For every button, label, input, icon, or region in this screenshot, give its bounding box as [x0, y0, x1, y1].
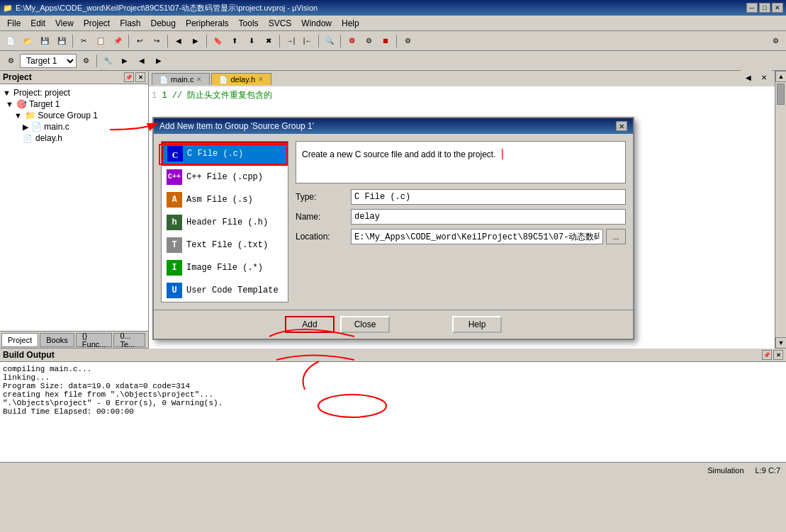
new-btn[interactable]: 📄 — [3, 33, 18, 49]
type-input[interactable] — [351, 189, 626, 205]
image-file-icon: I — [167, 260, 182, 276]
copy-btn[interactable]: 📋 — [93, 33, 108, 49]
menu-peripherals[interactable]: Peripherals — [181, 17, 233, 30]
title-bar-left: 📁 E:\My_Apps\CODE_word\KeilProject\89C51… — [3, 3, 318, 13]
panel-pin-btn[interactable]: 📌 — [124, 72, 134, 82]
project-panel: Project 📌 ✕ ▼ Project: project ▼ 🎯 Targe… — [0, 71, 149, 349]
next-bookmark-btn[interactable]: ⬇ — [244, 33, 259, 49]
editor-close[interactable]: ✕ — [756, 69, 772, 85]
file-type-asm[interactable]: A Asm File (.s) — [162, 188, 288, 211]
scroll-up-btn[interactable]: ▲ — [775, 71, 786, 82]
panel-controls[interactable]: 📌 ✕ — [124, 72, 145, 82]
build-btn[interactable]: ⚙ — [344, 33, 359, 49]
close-dialog-button[interactable]: Close — [340, 316, 390, 333]
file-type-header[interactable]: h Header File (.h) — [162, 211, 288, 234]
find-btn[interactable]: 🔍 — [322, 33, 337, 49]
debug-settings-btn[interactable]: ⚙ — [3, 53, 18, 69]
file-type-text[interactable]: T Text File (.txt) — [162, 234, 288, 256]
help-button[interactable]: Help — [452, 316, 502, 333]
unindent-btn[interactable]: |← — [300, 33, 315, 49]
scroll-down-btn[interactable]: ▼ — [775, 337, 786, 349]
editor-scroll-left[interactable]: ◀ — [741, 69, 756, 85]
menu-project[interactable]: Project — [79, 17, 114, 30]
build-pin-btn[interactable]: 📌 — [762, 350, 772, 360]
file-type-user-code[interactable]: U User Code Template — [162, 279, 288, 302]
minimize-button[interactable]: ─ — [746, 3, 758, 13]
menu-edit[interactable]: Edit — [26, 17, 50, 30]
cpp-file-icon: C++ — [167, 169, 182, 185]
target-select[interactable]: Target 1 — [20, 54, 77, 68]
menu-svcs[interactable]: SVCS — [264, 17, 296, 30]
right-scrollbar[interactable]: ▲ ▼ — [775, 71, 786, 349]
t2-btn2[interactable]: 🔧 — [100, 53, 116, 69]
header-file-icon: h — [167, 215, 182, 230]
tree-item-source-group[interactable]: ▼ 📁 Source Group 1 — [0, 110, 148, 121]
build-close-btn[interactable]: ✕ — [773, 350, 783, 360]
panel-close-btn[interactable]: ✕ — [135, 72, 145, 82]
menu-help[interactable]: Help — [337, 17, 364, 30]
btab-func[interactable]: {} Func... — [76, 333, 113, 347]
menu-tools[interactable]: Tools — [235, 17, 263, 30]
add-button[interactable]: Add — [285, 316, 335, 333]
paste-btn[interactable]: 📌 — [110, 33, 125, 49]
prev-bookmark-btn[interactable]: ⬆ — [227, 33, 242, 49]
t2-btn1[interactable]: ⚙ — [78, 53, 94, 69]
t2-btn4[interactable]: ◀ — [134, 53, 150, 69]
file-type-c[interactable]: C C File (.c) — [162, 142, 288, 166]
tree-item-target[interactable]: ▼ 🎯 Target 1 — [0, 98, 148, 110]
browse-button[interactable]: ... — [606, 229, 626, 244]
bookmark-btn[interactable]: 🔖 — [210, 33, 225, 49]
forward-btn[interactable]: ▶ — [188, 33, 203, 49]
tab-icon-delay: 📄 — [219, 76, 228, 84]
project-tree: ▼ Project: project ▼ 🎯 Target 1 ▼ 📁 Sour… — [0, 84, 148, 331]
name-input[interactable] — [351, 209, 626, 225]
menu-debug[interactable]: Debug — [147, 17, 180, 30]
btab-project[interactable]: Project — [1, 333, 38, 347]
file-type-image[interactable]: I Image File (.*) — [162, 256, 288, 279]
menu-bar: File Edit View Project Flash Debug Perip… — [0, 16, 786, 31]
scroll-thumb[interactable] — [777, 84, 785, 105]
tab-delay-h[interactable]: 📄 delay.h ✕ — [211, 73, 271, 85]
tab-label-delay: delay.h — [230, 75, 255, 84]
cut-btn[interactable]: ✂ — [76, 33, 91, 49]
tree-item-project[interactable]: ▼ Project: project — [0, 87, 148, 98]
stop-btn[interactable]: ⏹ — [378, 33, 393, 49]
menu-window[interactable]: Window — [297, 17, 336, 30]
file-type-cpp[interactable]: C++ C++ File (.cpp) — [162, 166, 288, 188]
btab-te[interactable]: 0... Te... — [113, 333, 145, 347]
tree-item-delay[interactable]: 📄 delay.h — [0, 132, 148, 144]
rebuild-btn[interactable]: ⚙ — [361, 33, 376, 49]
menu-file[interactable]: File — [3, 17, 25, 30]
sep2 — [128, 35, 129, 47]
back-btn[interactable]: ◀ — [171, 33, 186, 49]
undo-btn[interactable]: ↩ — [132, 33, 147, 49]
tab-label-main: main.c — [171, 75, 193, 84]
t2-btn3[interactable]: ▶ — [117, 53, 133, 69]
open-btn[interactable]: 📂 — [20, 33, 35, 49]
indent-btn[interactable]: →| — [283, 33, 298, 49]
toolbar-2: ⚙ Target 1 ⚙ 🔧 ▶ ◀ ▶ — [0, 51, 786, 71]
tab-main-c[interactable]: 📄 main.c ✕ — [152, 73, 210, 85]
dialog-close-button[interactable]: ✕ — [616, 121, 627, 131]
menu-flash[interactable]: Flash — [116, 17, 145, 30]
btab-books[interactable]: Books — [40, 333, 74, 347]
restore-button[interactable]: □ — [759, 3, 770, 13]
save-btn[interactable]: 💾 — [37, 33, 52, 49]
clear-bookmark-btn[interactable]: ✖ — [261, 33, 276, 49]
build-header-controls[interactable]: 📌 ✕ — [762, 350, 783, 360]
type-row: Type: — [296, 189, 626, 205]
tab-close-delay[interactable]: ✕ — [258, 76, 264, 83]
redo-btn[interactable]: ↪ — [149, 33, 164, 49]
settings-btn[interactable]: ⚙ — [400, 33, 415, 49]
tree-item-plus-main[interactable]: ▶ 📄 main.c — [0, 121, 148, 132]
sep5 — [279, 35, 280, 47]
close-button[interactable]: ✕ — [772, 3, 783, 13]
menu-view[interactable]: View — [51, 17, 78, 30]
location-input[interactable] — [351, 229, 603, 244]
save-all-btn[interactable]: 💾 — [54, 33, 69, 49]
project-panel-title: Project — [3, 72, 32, 82]
config-btn[interactable]: ⚙ — [768, 33, 783, 49]
tab-close-main[interactable]: ✕ — [196, 76, 202, 83]
title-bar-controls[interactable]: ─ □ ✕ — [746, 3, 783, 13]
t2-btn5[interactable]: ▶ — [151, 53, 167, 69]
